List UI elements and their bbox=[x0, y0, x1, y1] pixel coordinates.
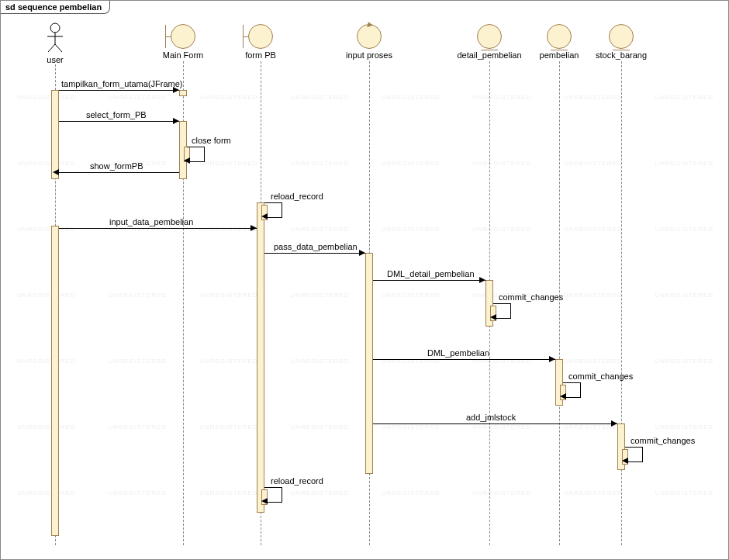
msg-label-m3: close form bbox=[192, 136, 231, 145]
arrow-head-icon bbox=[479, 277, 485, 283]
arrow-head-icon bbox=[490, 314, 496, 320]
sequence-diagram-canvas: UNREGISTEREDUNREGISTEREDUNREGISTEREDUNRE… bbox=[0, 0, 729, 560]
arrow-head-icon bbox=[261, 213, 268, 220]
lifeline-detail-pembelian-label: detail_pembelian bbox=[454, 50, 524, 60]
lifeline-pembelian: pembelian bbox=[536, 24, 582, 60]
actor-icon bbox=[45, 22, 65, 54]
control-icon bbox=[357, 24, 382, 49]
msg-label-m14: reload_record bbox=[271, 476, 323, 486]
msg-label-m5: reload_record bbox=[271, 192, 323, 201]
activation-formpb bbox=[257, 202, 264, 513]
msg-arrow-m8 bbox=[373, 280, 485, 281]
activation-inputproses bbox=[365, 253, 373, 474]
entity-icon bbox=[609, 24, 634, 49]
lifeline-inputproses-label: input proses bbox=[342, 50, 396, 60]
lifeline-detail-pembelian: detail_pembelian bbox=[454, 24, 524, 60]
lifeline-inputproses: input proses bbox=[342, 24, 396, 60]
lifeline-user-label: user bbox=[36, 55, 74, 64]
arrow-head-icon bbox=[261, 498, 268, 504]
msg-label-m10: DML_pembelian bbox=[427, 348, 489, 358]
svg-line-4 bbox=[55, 44, 62, 52]
msg-arrow-m2 bbox=[59, 121, 179, 122]
boundary-icon bbox=[248, 24, 273, 49]
arrow-head-icon bbox=[173, 118, 179, 124]
entity-icon bbox=[547, 24, 572, 49]
arrow-head-icon bbox=[611, 420, 617, 427]
arrow-head-icon bbox=[184, 157, 190, 164]
lifeline-formpb: form PB bbox=[237, 24, 284, 60]
msg-arrow-m12 bbox=[373, 423, 617, 424]
activation-user-2 bbox=[51, 226, 59, 536]
msg-label-m6: input_data_pembelian bbox=[109, 217, 193, 226]
arrow-head-icon bbox=[359, 250, 365, 256]
msg-label-m9: commit_changes bbox=[499, 292, 563, 302]
activation-user-1 bbox=[51, 90, 59, 179]
lifeline-user: user bbox=[36, 22, 74, 64]
msg-arrow-m7 bbox=[264, 253, 365, 254]
frame-title: sd sequence pembelian bbox=[1, 1, 110, 14]
lifeline-mainform: Main Form bbox=[160, 24, 206, 60]
lifeline-pembelian-label: pembelian bbox=[536, 50, 582, 60]
msg-label-m13: commit_changes bbox=[631, 436, 695, 445]
msg-arrow-m4 bbox=[59, 172, 179, 173]
lifeline-stock-barang: stock_barang bbox=[594, 24, 648, 60]
svg-line-3 bbox=[48, 44, 55, 52]
boundary-icon bbox=[171, 24, 195, 49]
svg-point-0 bbox=[50, 23, 60, 33]
arrow-head-icon bbox=[53, 169, 59, 175]
arrow-head-icon bbox=[549, 356, 555, 362]
arrow-head-icon bbox=[560, 393, 566, 399]
arrow-head-icon bbox=[622, 458, 628, 464]
msg-label-m2: select_form_PB bbox=[86, 110, 147, 119]
lifeline-mainform-label: Main Form bbox=[160, 50, 206, 60]
activation-mainform-1 bbox=[179, 90, 187, 96]
msg-arrow-m6 bbox=[59, 228, 257, 229]
msg-label-m8: DML_detail_pembelian bbox=[387, 269, 475, 278]
msg-label-m12: add_jmlstock bbox=[466, 413, 516, 422]
lifeline-dash-stock bbox=[621, 61, 622, 545]
lifeline-dash-pembelian bbox=[559, 61, 560, 545]
msg-arrow-m10 bbox=[373, 359, 555, 360]
msg-label-m4: show_formPB bbox=[90, 161, 143, 171]
msg-label-m1: tampilkan_form_utama(JFrame) bbox=[61, 79, 183, 88]
lifeline-stock-barang-label: stock_barang bbox=[594, 50, 648, 60]
entity-icon bbox=[477, 24, 502, 49]
msg-label-m11: commit_changes bbox=[568, 372, 633, 381]
msg-label-m7: pass_data_pembelian bbox=[274, 242, 358, 251]
lifeline-formpb-label: form PB bbox=[237, 50, 284, 60]
arrow-head-icon bbox=[250, 225, 257, 231]
msg-arrow-m1 bbox=[59, 90, 179, 91]
